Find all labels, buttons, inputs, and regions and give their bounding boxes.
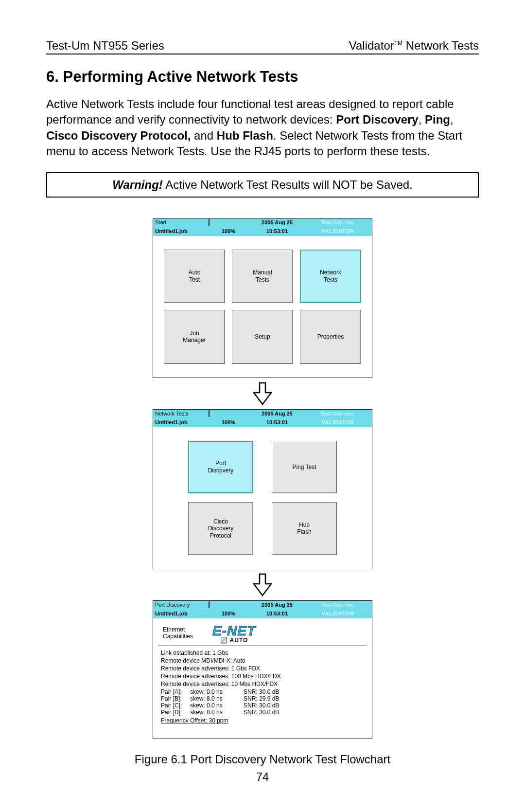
battery-pct: 100% <box>207 420 250 425</box>
network-tests-button[interactable]: NetworkTests <box>300 250 361 304</box>
flowchart: Start 2005 Aug 25 Test-Um Inc. Untitled1… <box>46 218 479 739</box>
port-discovery-button[interactable]: PortDiscovery <box>188 441 253 494</box>
warning-label: Warning! <box>112 178 163 191</box>
port-discovery-screen: Port Discovery 2005 Aug 25 Test-Um Inc. … <box>153 600 372 739</box>
screen-body: AutoTest ManualTests NetworkTests JobMan… <box>153 236 372 378</box>
section-title: 6. Performing Active Network Tests <box>46 68 479 86</box>
brand2: VALIDATOR <box>304 611 372 616</box>
ping-test-button[interactable]: Ping Test <box>272 441 337 494</box>
screen-header: Network Tests 2005 Aug 25 Test-Um Inc. U… <box>153 410 372 427</box>
down-arrow-icon <box>252 382 273 405</box>
header-right: ValidatorTM Network Tests <box>349 39 479 53</box>
brand2: VALIDATOR <box>304 420 372 425</box>
setup-button[interactable]: Setup <box>232 310 293 364</box>
start-screen: Start 2005 Aug 25 Test-Um Inc. Untitled1… <box>153 218 372 378</box>
battery-pct: 100% <box>207 229 250 234</box>
properties-button[interactable]: Properties <box>300 310 361 364</box>
page-number: 74 <box>46 770 479 784</box>
header-left: Test-Um NT955 Series <box>46 39 164 53</box>
job-manager-button[interactable]: JobManager <box>164 310 225 364</box>
hub-flash-button[interactable]: HubFlash <box>272 502 337 555</box>
brand: Test-Um Inc. <box>304 411 372 416</box>
page-header: Test-Um NT955 Series ValidatorTM Network… <box>46 39 479 54</box>
divider <box>158 646 367 646</box>
ethernet-label: EthernetCapabilities <box>163 627 193 639</box>
warning-text: Active Network Test Results will NOT be … <box>163 178 413 191</box>
time: 10:53:01 <box>250 229 304 234</box>
job-name: Untitled1.job <box>153 420 207 425</box>
warning-box: Warning! Active Network Test Results wil… <box>46 172 479 198</box>
down-arrow-icon <box>252 573 273 596</box>
result-lines: Link established at: 1 Gbs Remote device… <box>158 649 367 688</box>
brand: Test-Um Inc. <box>304 602 372 608</box>
battery-icon <box>209 601 210 608</box>
freq-offset: Frequency Offset: 30 ppm <box>158 717 367 724</box>
date: 2005 Aug 25 <box>250 411 304 416</box>
screen-body: PortDiscovery Ping Test CiscoDiscoveryPr… <box>153 427 372 569</box>
brand: Test-Um Inc. <box>304 220 372 225</box>
job-name: Untitled1.job <box>153 611 207 616</box>
battery-pct: 100% <box>207 611 250 616</box>
results-body: EthernetCapabilities E-NET 🔄 AUTO Link e… <box>153 618 372 739</box>
screen-header: Port Discovery 2005 Aug 25 Test-Um Inc. … <box>153 601 372 618</box>
brand2: VALIDATOR <box>304 229 372 234</box>
time: 10:53:01 <box>250 611 304 616</box>
enet-logo: E-NET 🔄 AUTO <box>212 623 256 644</box>
screen-title: Port Discovery <box>153 602 207 608</box>
date: 2005 Aug 25 <box>250 602 304 608</box>
screen-header: Start 2005 Aug 25 Test-Um Inc. Untitled1… <box>153 218 372 236</box>
date: 2005 Aug 25 <box>250 220 304 225</box>
network-tests-screen: Network Tests 2005 Aug 25 Test-Um Inc. U… <box>153 409 372 569</box>
screen-title: Start <box>153 220 207 225</box>
body-paragraph: Active Network Tests include four functi… <box>46 96 479 160</box>
time: 10:53:01 <box>250 420 304 425</box>
auto-test-button[interactable]: AutoTest <box>164 250 225 304</box>
figure-caption: Figure 6.1 Port Discovery Network Test F… <box>46 753 479 766</box>
manual-tests-button[interactable]: ManualTests <box>232 250 293 304</box>
battery-icon <box>209 410 210 417</box>
screen-title: Network Tests <box>153 411 207 416</box>
pair-table: Pair [A]:skew: 0.0 nsSNR: 30.0 dB Pair [… <box>158 688 367 716</box>
battery-icon <box>209 219 210 226</box>
cisco-discovery-button[interactable]: CiscoDiscoveryProtocol <box>188 502 253 555</box>
job-name: Untitled1.job <box>153 229 207 234</box>
